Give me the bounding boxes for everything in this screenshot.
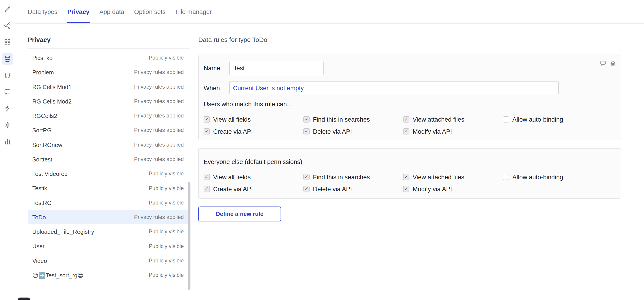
data-type-name: RG Cells Mod2 [32,98,72,104]
permission-checkbox[interactable] [403,174,409,180]
data-rules-panel: Data rules for type ToDo Name [198,24,621,222]
permission-toggle[interactable]: View attached files [403,173,503,181]
tab-label: File manager [176,8,212,15]
permission-checkbox[interactable] [204,128,210,134]
gear-icon[interactable] [2,119,13,131]
tab[interactable]: Privacy [67,0,89,23]
tab-label: Option sets [134,8,166,15]
data-rules-title: Data rules for type ToDo [198,35,621,44]
permission-checkbox[interactable] [503,174,509,180]
permission-label: Allow auto-binding [512,173,563,180]
data-type-row[interactable]: Uploaded_File_Registry Publicly visible [28,224,190,239]
data-type-row[interactable]: Problem Privacy rules applied [28,65,190,80]
permission-checkbox[interactable] [403,186,409,192]
data-type-name: Video [32,257,47,264]
braces-icon[interactable] [2,70,13,81]
permission-checkbox[interactable] [403,128,409,134]
rule-condition-box[interactable]: Current User is not empty [229,81,559,94]
permission-toggle[interactable]: Modify via API [403,184,503,193]
tab-label: Data types [28,8,58,15]
permission-label: View attached files [413,116,464,123]
privacy-status: Publicly visible [149,55,184,61]
tab-label: App data [100,8,124,15]
tab-label: Privacy [67,8,89,15]
permission-checkbox[interactable] [403,116,409,122]
permission-toggle[interactable]: View attached files [403,115,503,124]
data-type-row[interactable]: 😔➡️Test_sort_rg😎 Publicly visible [28,268,190,282]
tab[interactable]: App data [100,0,124,23]
components-icon[interactable] [2,36,13,48]
permission-label: Create via API [213,128,253,135]
permission-label: Modify via API [413,186,452,192]
data-type-row[interactable]: SortRG Privacy rules applied [28,123,190,138]
permission-checkbox[interactable] [503,116,509,122]
permission-checkbox[interactable] [304,186,310,192]
permission-label: Find this in searches [313,116,370,123]
data-type-name: Test Videorec [32,170,67,177]
data-type-name: RGCells2 [32,112,57,119]
data-type-row[interactable]: Test Videorec Publicly visible [28,166,190,181]
scrollbar-thumb[interactable] [188,182,190,290]
data-type-row[interactable]: RG Cells Mod1 Privacy rules applied [28,80,190,94]
data-type-row[interactable]: RGCells2 Privacy rules applied [28,108,190,123]
permission-label: Delete via API [313,128,352,135]
panel-divider [28,48,190,49]
tab[interactable]: File manager [176,0,212,23]
data-type-row[interactable]: User Publicly visible [28,239,190,253]
data-type-row[interactable]: Video Publicly visible [28,253,190,268]
permission-toggle[interactable]: View all fields [204,115,304,124]
permission-checkbox[interactable] [304,174,310,180]
privacy-status: Privacy rules applied [134,214,184,220]
data-type-name: User [32,243,44,250]
data-type-row[interactable]: TestRG Publicly visible [28,195,190,210]
data-type-name: Pics_ko [32,54,53,61]
permission-toggle[interactable]: Allow auto-binding [503,173,603,181]
database-icon[interactable] [2,53,13,64]
when-label: When [204,84,229,91]
permission-checkbox[interactable] [204,174,210,180]
permission-label: Create via API [213,186,253,192]
permission-toggle[interactable]: Delete via API [304,184,403,193]
permission-toggle[interactable]: Find this in searches [304,173,403,181]
data-type-row[interactable]: SortRGnew Privacy rules applied [28,138,190,152]
data-type-row[interactable]: Pics_ko Publicly visible [28,50,190,65]
permission-checkbox[interactable] [204,186,210,192]
bar-chart-icon[interactable] [2,136,13,148]
permission-checkbox[interactable] [204,116,210,122]
trash-icon[interactable] [609,60,616,67]
data-type-name: Problem [32,69,54,76]
permission-toggle[interactable]: Create via API [204,184,304,193]
permission-checkbox[interactable] [304,128,310,134]
chat-icon[interactable] [2,86,13,98]
permission-toggle[interactable]: Create via API [204,127,304,136]
comment-icon[interactable] [599,60,606,67]
privacy-status: Privacy rules applied [134,69,184,75]
tab[interactable]: Option sets [134,0,166,23]
data-type-name: RG Cells Mod1 [32,83,72,90]
permission-checkbox[interactable] [304,116,310,122]
permission-toggle[interactable]: Modify via API [403,127,503,136]
permission-toggle[interactable]: Delete via API [304,127,403,136]
rule-card-actions [599,60,616,67]
pencil-icon[interactable] [2,3,13,15]
data-type-row[interactable]: Sorttest Privacy rules applied [28,152,190,166]
permission-toggle[interactable]: Allow auto-binding [503,115,603,124]
name-label: Name [204,64,229,72]
permission-toggle[interactable]: View all fields [204,173,304,181]
tab[interactable]: Data types [28,0,58,23]
rule-name-input[interactable] [229,61,324,75]
define-new-rule-button[interactable]: Define a new rule [198,206,281,222]
permission-toggle[interactable]: Find this in searches [304,115,403,124]
data-type-row[interactable]: Testik Publicly visible [28,181,190,195]
data-type-row[interactable]: RG Cells Mod2 Privacy rules applied [28,94,190,108]
bottom-left-partial-element [18,298,30,300]
workflow-icon[interactable] [2,20,13,32]
lightning-icon[interactable] [2,102,13,114]
panel-title: Privacy [28,35,190,44]
privacy-status: Publicly visible [149,228,184,235]
rule-permissions-grid: View all fields Find this in searches Vi… [204,115,616,136]
content-area: Data types Privacy App data Option sets … [15,0,644,300]
data-type-row[interactable]: ToDo Privacy rules applied [28,210,190,224]
permissions-title: Users who match this rule can... [204,100,616,108]
privacy-status: Privacy rules applied [134,84,184,90]
